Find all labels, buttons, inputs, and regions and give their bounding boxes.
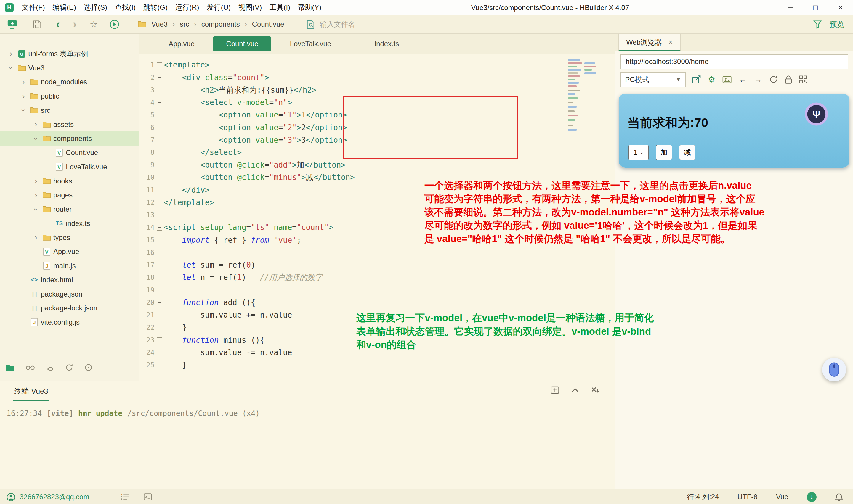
menu-item[interactable]: 编辑(E) bbox=[49, 0, 80, 15]
close-tab-icon[interactable]: × bbox=[668, 38, 673, 47]
gear-icon[interactable]: ⚙ bbox=[708, 75, 716, 84]
menu-item[interactable]: 运行(R) bbox=[172, 0, 203, 15]
minus-button[interactable]: 减 bbox=[679, 145, 695, 160]
add-button[interactable]: 加 bbox=[656, 145, 672, 160]
menu-item[interactable]: 视图(V) bbox=[234, 0, 266, 15]
collapse-panel-icon[interactable] bbox=[571, 388, 579, 393]
code-line[interactable]: 18 let n = ref(1) //用户选择的数字 bbox=[139, 271, 614, 284]
expand-arrow-icon[interactable]: › bbox=[18, 92, 29, 101]
bell-icon[interactable] bbox=[835, 493, 843, 501]
screenshot-icon[interactable] bbox=[723, 76, 732, 84]
tree-item-Vue3[interactable]: ›Vue3 bbox=[0, 61, 139, 75]
editor-tab-App.vue[interactable]: App.vue bbox=[156, 36, 208, 51]
tree-item-router[interactable]: ›router bbox=[0, 202, 139, 216]
lock-icon[interactable] bbox=[785, 75, 792, 84]
update-download-icon[interactable]: ↓ bbox=[807, 492, 817, 502]
expand-arrow-icon[interactable]: › bbox=[32, 133, 40, 144]
breadcrumb-item[interactable]: components bbox=[202, 20, 240, 29]
refresh-icon[interactable] bbox=[769, 75, 778, 84]
expand-arrow-icon[interactable]: › bbox=[31, 233, 41, 242]
browser-back-icon[interactable]: ← bbox=[739, 75, 747, 84]
mouse-tool-icon[interactable] bbox=[822, 358, 846, 382]
code-line[interactable]: 17 let sum = ref(0) bbox=[139, 259, 614, 271]
search-input[interactable] bbox=[320, 20, 548, 29]
fold-marker-icon[interactable] bbox=[155, 96, 164, 109]
fold-marker-icon[interactable] bbox=[155, 296, 164, 309]
breadcrumb-item[interactable]: src bbox=[180, 20, 189, 29]
browser-tab[interactable]: Web浏览器 × bbox=[619, 34, 681, 52]
open-external-icon[interactable] bbox=[692, 75, 701, 84]
tree-item-node_modules[interactable]: ›node_modules bbox=[0, 75, 139, 89]
tree-item-vite.config.js[interactable]: Jvite.config.js bbox=[0, 315, 139, 329]
tree-item-types[interactable]: ›types bbox=[0, 231, 139, 245]
tree-item-hooks[interactable]: ›hooks bbox=[0, 174, 139, 188]
code-line[interactable]: 25 } bbox=[139, 359, 614, 371]
file-language[interactable]: Vue bbox=[776, 493, 788, 501]
minimap[interactable] bbox=[567, 57, 602, 144]
todo-list-icon[interactable] bbox=[121, 494, 129, 500]
tree-item-package-lock.json[interactable]: [ ]package-lock.json bbox=[0, 301, 139, 315]
tree-item-App.vue[interactable]: VApp.vue bbox=[0, 245, 139, 259]
menu-item[interactable]: 帮助(Y) bbox=[294, 0, 325, 15]
code-line[interactable]: 2 <div class="count"> bbox=[139, 71, 614, 84]
add-terminal-icon[interactable] bbox=[551, 386, 559, 394]
tree-item-main.js[interactable]: Jmain.js bbox=[0, 259, 139, 273]
tree-item-package.json[interactable]: [ ]package.json bbox=[0, 287, 139, 301]
expand-arrow-icon[interactable]: › bbox=[31, 177, 41, 185]
save-icon[interactable] bbox=[33, 20, 42, 29]
run-icon[interactable] bbox=[109, 20, 119, 29]
close-panel-icon[interactable] bbox=[591, 386, 599, 394]
expand-arrow-icon[interactable]: › bbox=[32, 204, 40, 215]
editor-tab-Count.vue[interactable]: Count.vue bbox=[213, 36, 271, 51]
bookmark-star-icon[interactable]: ☆ bbox=[90, 19, 98, 29]
account-email[interactable]: 3266762823@qq.com bbox=[20, 493, 89, 501]
expand-arrow-icon[interactable]: › bbox=[18, 78, 29, 86]
breadcrumb-item[interactable]: Count.vue bbox=[252, 20, 284, 29]
menu-item[interactable]: 选择(S) bbox=[80, 0, 111, 15]
forward-icon[interactable]: › bbox=[73, 19, 77, 30]
tree-item-index.ts[interactable]: TSindex.ts bbox=[0, 216, 139, 231]
tree-item-pages[interactable]: ›pages bbox=[0, 188, 139, 202]
menu-item[interactable]: 跳转(G) bbox=[139, 0, 172, 15]
close-icon[interactable]: × bbox=[828, 0, 853, 15]
tree-item-uni-forms-表单示例[interactable]: ›uuni-forms 表单示例 bbox=[0, 47, 139, 61]
cursor-position[interactable]: 行:4 列:24 bbox=[687, 492, 719, 502]
menu-item[interactable]: 查找(I) bbox=[111, 0, 139, 15]
console-icon[interactable] bbox=[144, 493, 152, 501]
encoding[interactable]: UTF-8 bbox=[737, 493, 758, 501]
expand-arrow-icon[interactable]: › bbox=[31, 120, 41, 129]
browser-forward-icon[interactable]: → bbox=[754, 75, 762, 84]
code-line[interactable]: 9 <button @click="add">加</button> bbox=[139, 159, 614, 171]
terminal-output[interactable]: 16:27:34[vite]hmr update/src/components/… bbox=[0, 409, 615, 432]
breadcrumb-item[interactable]: Vue3 bbox=[151, 20, 168, 29]
expand-arrow-icon[interactable]: › bbox=[5, 50, 16, 58]
tree-item-components[interactable]: ›components bbox=[0, 131, 139, 146]
menu-item[interactable]: 工具(I) bbox=[266, 0, 294, 15]
maximize-icon[interactable]: □ bbox=[803, 0, 828, 15]
fold-marker-icon[interactable] bbox=[155, 71, 164, 84]
tree-item-assets[interactable]: ›assets bbox=[0, 118, 139, 132]
terminal-tab[interactable]: 终端-Vue3 bbox=[13, 381, 49, 401]
url-input[interactable] bbox=[621, 54, 848, 69]
expand-arrow-icon[interactable]: › bbox=[19, 105, 28, 116]
fold-marker-icon[interactable] bbox=[155, 59, 164, 71]
editor-tab-LoveTalk.vue[interactable]: LoveTalk.vue bbox=[277, 36, 344, 51]
tree-item-Count.vue[interactable]: VCount.vue bbox=[0, 146, 139, 160]
number-select[interactable]: 1 ⌄ bbox=[628, 145, 649, 160]
filter-icon[interactable] bbox=[813, 20, 822, 29]
code-line[interactable]: 19 bbox=[139, 284, 614, 296]
fold-marker-icon[interactable] bbox=[155, 334, 164, 346]
fold-marker-icon[interactable] bbox=[155, 221, 164, 234]
tree-item-LoveTalk.vue[interactable]: VLoveTalk.vue bbox=[0, 160, 139, 174]
qr-code-icon[interactable] bbox=[799, 75, 807, 84]
code-line[interactable]: 3 <h2>当前求和为:{{sum}}</h2> bbox=[139, 84, 614, 96]
code-line[interactable]: 16 bbox=[139, 246, 614, 259]
find-view-icon[interactable] bbox=[25, 364, 35, 371]
folder-explorer-icon[interactable] bbox=[5, 364, 15, 372]
expand-arrow-icon[interactable]: › bbox=[31, 191, 41, 199]
publish-icon[interactable] bbox=[7, 20, 17, 29]
editor-tab-index.ts[interactable]: index.ts bbox=[362, 36, 412, 51]
source-control-icon[interactable] bbox=[65, 363, 73, 372]
plugins-view-icon[interactable] bbox=[84, 363, 93, 372]
tree-item-src[interactable]: ›src bbox=[0, 103, 139, 118]
